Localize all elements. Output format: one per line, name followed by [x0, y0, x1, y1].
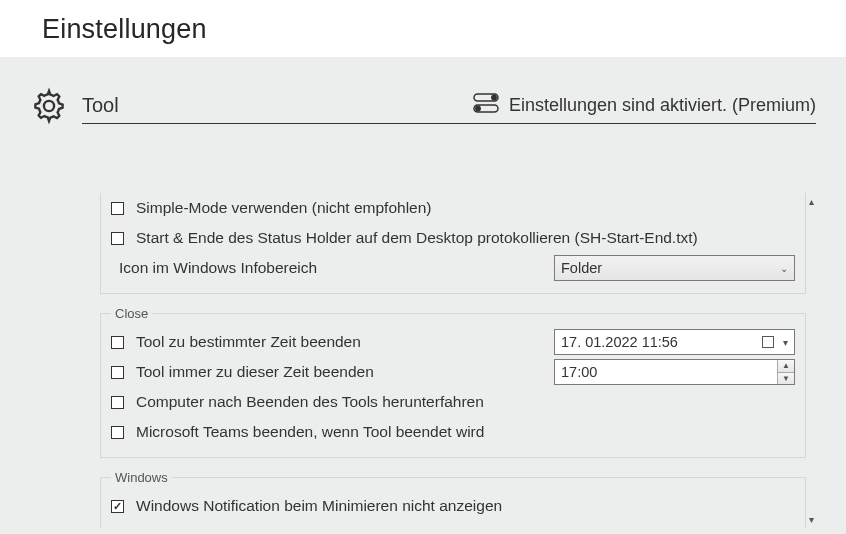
checkbox-start-end-log[interactable] [111, 232, 124, 245]
checkbox-no-minimize-notify[interactable] [111, 500, 124, 513]
checkbox-always-close-at[interactable] [111, 366, 124, 379]
chevron-down-icon: ▾ [783, 337, 788, 348]
spinner-up-icon[interactable]: ▲ [778, 360, 794, 373]
checkbox-shutdown-after[interactable] [111, 396, 124, 409]
svg-point-2 [492, 95, 496, 99]
label-tray-icon: Icon im Windows Infobereich [119, 259, 548, 277]
label-no-minimize-notify: Windows Notification beim Minimieren nic… [136, 497, 795, 515]
time-always-close-at[interactable]: 17:00 ▲ ▼ [554, 359, 795, 385]
gear-icon [30, 87, 68, 129]
checkbox-close-at-time[interactable] [111, 336, 124, 349]
legend-windows: Windows [111, 470, 172, 485]
group-windows: Windows Windows Notification beim Minimi… [100, 470, 806, 528]
chevron-down-icon: ⌄ [780, 263, 788, 274]
label-close-at-time: Tool zu bestimmter Zeit beenden [136, 333, 548, 351]
settings-scroll-area[interactable]: Simple-Mode verwenden (nicht empfohlen) … [88, 193, 820, 528]
select-tray-icon-value: Folder [561, 260, 602, 276]
group-close: Close Tool zu bestimmter Zeit beenden 17… [100, 306, 806, 458]
group-top: Simple-Mode verwenden (nicht empfohlen) … [100, 193, 806, 294]
legend-close: Close [111, 306, 152, 321]
header-status: Einstellungen sind aktiviert. (Premium) [509, 95, 816, 116]
time-always-close-at-value: 17:00 [561, 364, 597, 380]
checkbox-close-teams[interactable] [111, 426, 124, 439]
label-shutdown-after: Computer nach Beenden des Tools herunter… [136, 393, 795, 411]
datetime-close-at[interactable]: 17. 01.2022 11:56 ▾ [554, 329, 795, 355]
label-always-close-at: Tool immer zu dieser Zeit beenden [136, 363, 548, 381]
page-title: Einstellungen [0, 0, 846, 57]
label-laptop-not-charging: Hinweis anzeigen, wenn Laptop nicht gela… [136, 527, 795, 528]
svg-point-0 [44, 101, 54, 111]
header-section-title: Tool [82, 94, 119, 117]
checkbox-simple-mode[interactable] [111, 202, 124, 215]
calendar-icon [762, 336, 774, 348]
datetime-close-at-value: 17. 01.2022 11:56 [561, 334, 678, 350]
label-start-end-log: Start & Ende des Status Holder auf dem D… [136, 229, 795, 247]
toggle-icon [473, 92, 499, 119]
spinner-down-icon[interactable]: ▼ [778, 373, 794, 385]
select-tray-icon[interactable]: Folder ⌄ [554, 255, 795, 281]
label-simple-mode: Simple-Mode verwenden (nicht empfohlen) [136, 199, 795, 217]
svg-point-4 [476, 106, 480, 110]
label-close-teams: Microsoft Teams beenden, wenn Tool beend… [136, 423, 795, 441]
